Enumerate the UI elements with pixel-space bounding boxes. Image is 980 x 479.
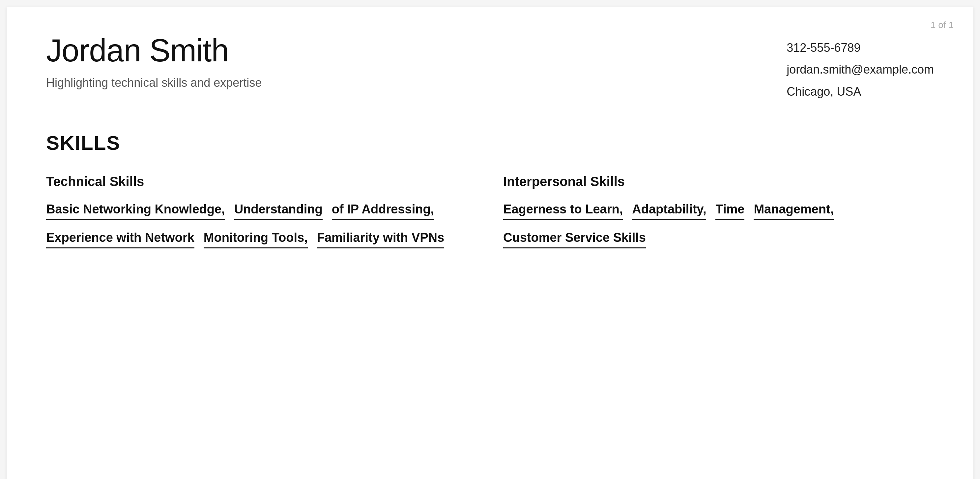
interpersonal-skills-title: Interpersonal Skills (503, 174, 934, 189)
list-item: Adaptability, (632, 202, 706, 220)
list-item: Familiarity with VPNs (317, 231, 444, 248)
interpersonal-skills-items: Eagerness to Learn, Adaptability, Time M… (503, 202, 934, 259)
list-item: Eagerness to Learn, (503, 202, 623, 220)
location: Chicago, USA (787, 83, 934, 100)
skills-heading: SKILLS (46, 132, 934, 154)
skills-section: SKILLS Technical Skills Basic Networking… (46, 132, 934, 259)
phone-number: 312-555-6789 (787, 40, 934, 56)
candidate-name: Jordan Smith (46, 33, 787, 68)
list-item: Customer Service Skills (503, 231, 646, 248)
name-tagline: Jordan Smith Highlighting technical skil… (46, 33, 787, 90)
page-number: 1 of 1 (931, 20, 954, 30)
list-item: Time (715, 202, 745, 220)
technical-skills-items: Basic Networking Knowledge, Understandin… (46, 202, 477, 259)
candidate-tagline: Highlighting technical skills and expert… (46, 76, 787, 90)
list-item: Management, (754, 202, 834, 220)
list-item: Understanding (234, 202, 323, 220)
technical-skills-title: Technical Skills (46, 174, 477, 189)
resume-page: 1 of 1 Jordan Smith Highlighting technic… (6, 6, 974, 479)
interpersonal-skills-column: Interpersonal Skills Eagerness to Learn,… (503, 174, 934, 259)
skills-grid: Technical Skills Basic Networking Knowle… (46, 174, 934, 259)
technical-skills-column: Technical Skills Basic Networking Knowle… (46, 174, 477, 259)
email-address: jordan.smith@example.com (787, 61, 934, 78)
header-section: Jordan Smith Highlighting technical skil… (46, 33, 934, 105)
list-item: Experience with Network (46, 231, 194, 248)
list-item: of IP Addressing, (332, 202, 434, 220)
list-item: Monitoring Tools, (204, 231, 308, 248)
contact-info: 312-555-6789 jordan.smith@example.com Ch… (787, 33, 934, 105)
list-item: Basic Networking Knowledge, (46, 202, 225, 220)
